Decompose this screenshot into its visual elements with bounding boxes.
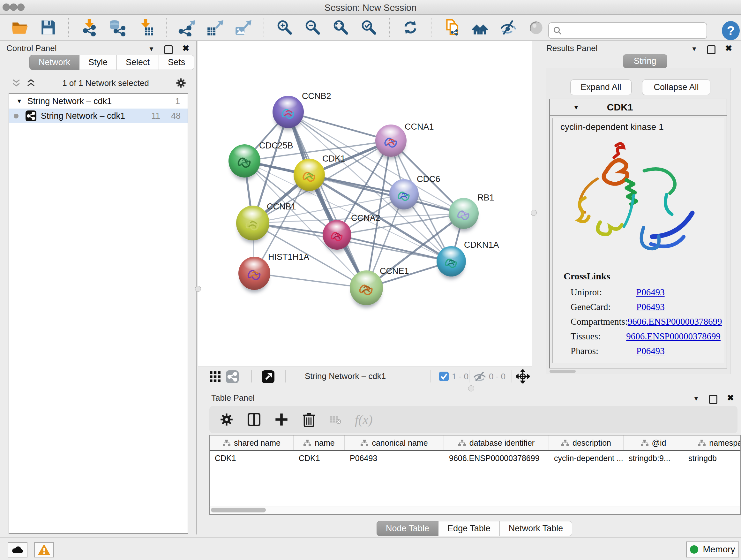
close-panel-icon[interactable]: ✖ (182, 44, 189, 53)
crosslink-link[interactable]: P06493 (636, 302, 665, 312)
left-splitter-grip[interactable] (195, 286, 201, 292)
scrollbar-thumb[interactable] (211, 508, 266, 512)
column-header-database-identifier[interactable]: database identifier (444, 435, 549, 450)
float-panel-icon[interactable] (707, 45, 716, 54)
network-view-icon[interactable] (226, 370, 239, 383)
export-network-icon[interactable] (178, 18, 196, 37)
grid-view-icon[interactable] (209, 371, 221, 382)
panel-menu-icon[interactable]: ▼ (693, 395, 699, 402)
panel-menu-icon[interactable]: ▼ (148, 45, 155, 52)
save-session-icon[interactable] (39, 18, 57, 37)
table-cell[interactable]: 9606.ENSP00000378699 (444, 451, 549, 465)
attribute-type-icon (561, 439, 569, 446)
column-header-canonical-name[interactable]: canonical name (345, 435, 444, 450)
panel-menu-icon[interactable]: ▼ (691, 45, 697, 52)
search-input[interactable] (565, 25, 706, 36)
zoom-fit-icon[interactable] (332, 18, 350, 37)
network-node-cdkn1a[interactable] (436, 246, 466, 277)
protein-header-row[interactable]: ▼ CDK1 (550, 99, 727, 116)
tab-select[interactable]: Select (117, 55, 159, 70)
import-network-database-icon[interactable] (109, 18, 126, 37)
tab-sets[interactable]: Sets (159, 55, 194, 70)
column-header--id[interactable]: @id (623, 435, 683, 450)
results-scrollbar-thumb[interactable] (549, 370, 576, 373)
column-header-namespac[interactable]: namespac (683, 435, 741, 450)
network-node-rb1[interactable] (449, 198, 479, 229)
table-cell[interactable]: stringdb (683, 451, 741, 465)
network-node-cdc6[interactable] (389, 179, 419, 210)
crosslink-link[interactable]: 9606.ENSP00000378699 (628, 316, 722, 327)
horizontal-splitter-grip[interactable] (468, 385, 474, 391)
table-cell[interactable]: CDK1 (293, 451, 345, 465)
show-columns-icon[interactable] (247, 412, 261, 427)
tab-network-table[interactable]: Network Table (500, 521, 572, 536)
string-home-icon[interactable] (471, 18, 489, 37)
collapse-all-icon[interactable] (11, 78, 21, 88)
network-canvas[interactable]: CCNB2CCNA1CDC25BCDK1CDC6RB1CCNB1CCNA2CDK… (198, 41, 532, 367)
birds-eye-view-icon[interactable] (262, 370, 274, 383)
network-collection-label: String Network – cdk1 (27, 97, 112, 106)
collapse-all-button[interactable]: Collapse All (642, 79, 711, 95)
tab-style[interactable]: Style (79, 55, 117, 70)
duplicate-network-icon[interactable] (443, 18, 461, 37)
import-table-icon[interactable] (137, 18, 154, 37)
zoom-in-icon[interactable] (276, 18, 293, 37)
refresh-icon[interactable] (401, 18, 419, 37)
table-cell[interactable]: stringdb:9... (623, 451, 683, 465)
network-row-selected[interactable]: String Network – cdk1 11 48 (9, 109, 188, 123)
table-cell[interactable]: P06493 (345, 451, 444, 465)
tab-network[interactable]: Network (29, 55, 79, 70)
network-node-cdc25b[interactable] (228, 144, 260, 178)
column-header-shared-name[interactable]: shared name (210, 435, 293, 450)
show-graphics-details-icon[interactable] (527, 18, 545, 37)
float-panel-icon[interactable] (164, 45, 173, 54)
search-box[interactable] (548, 22, 707, 39)
right-splitter-grip[interactable] (531, 210, 537, 216)
protein-ribbon-icon (440, 253, 463, 274)
crosslink-link[interactable]: P06493 (636, 346, 665, 356)
table-cell[interactable]: CDK1 (210, 451, 293, 465)
network-node-ccna1[interactable] (375, 125, 407, 157)
network-node-ccna2[interactable] (323, 220, 351, 250)
help-icon[interactable]: ? (722, 21, 740, 40)
network-node-ccne1[interactable] (350, 270, 383, 305)
tab-node-table[interactable]: Node Table (377, 521, 439, 536)
close-panel-icon[interactable]: ✖ (727, 393, 734, 402)
import-network-icon[interactable] (80, 18, 98, 37)
network-node-hist1h1a[interactable] (239, 257, 270, 290)
float-panel-icon[interactable] (709, 395, 718, 404)
zoom-selected-icon[interactable] (360, 18, 378, 37)
network-collection-row[interactable]: ▼ String Network – cdk1 1 (9, 94, 188, 109)
crosslink-link[interactable]: 9606.ENSP00000378699 (626, 331, 721, 341)
open-session-icon[interactable] (11, 18, 29, 37)
column-header-description[interactable]: description (549, 435, 623, 450)
collapse-triangle-icon[interactable]: ▼ (16, 98, 22, 105)
cloud-status-button[interactable] (8, 542, 27, 557)
network-node-ccnb2[interactable] (273, 96, 304, 128)
crosslink-link[interactable]: P06493 (636, 287, 665, 298)
fit-content-crosshair-icon[interactable] (516, 369, 530, 383)
table-settings-gear-icon[interactable] (219, 412, 233, 427)
network-node-ccnb1[interactable] (236, 206, 269, 240)
add-column-icon[interactable] (274, 412, 288, 427)
delete-column-trash-icon[interactable] (302, 412, 316, 427)
selected-checkbox-icon[interactable] (439, 372, 449, 381)
zoom-out-icon[interactable] (304, 18, 322, 37)
table-horizontal-scrollbar[interactable] (209, 506, 741, 515)
export-image-icon[interactable] (234, 18, 252, 37)
tab-string[interactable]: String (623, 54, 667, 68)
warnings-button[interactable] (34, 542, 54, 557)
table-cell[interactable]: cyclin-dependent ... (549, 451, 623, 465)
toggle-string-style-icon[interactable] (499, 18, 517, 37)
hidden-eye-slash-icon[interactable] (473, 371, 487, 382)
memory-button[interactable]: Memory (686, 542, 739, 557)
expand-all-button[interactable]: Expand All (570, 79, 631, 95)
tab-edge-table[interactable]: Edge Table (439, 521, 500, 536)
export-table-icon[interactable] (206, 18, 224, 37)
gear-icon[interactable] (176, 78, 186, 88)
collapse-triangle-icon[interactable]: ▼ (573, 104, 580, 111)
expand-all-icon[interactable] (26, 78, 36, 88)
column-header-name[interactable]: name (293, 435, 345, 450)
network-node-cdk1[interactable] (293, 159, 325, 191)
close-panel-icon[interactable]: ✖ (725, 44, 732, 53)
